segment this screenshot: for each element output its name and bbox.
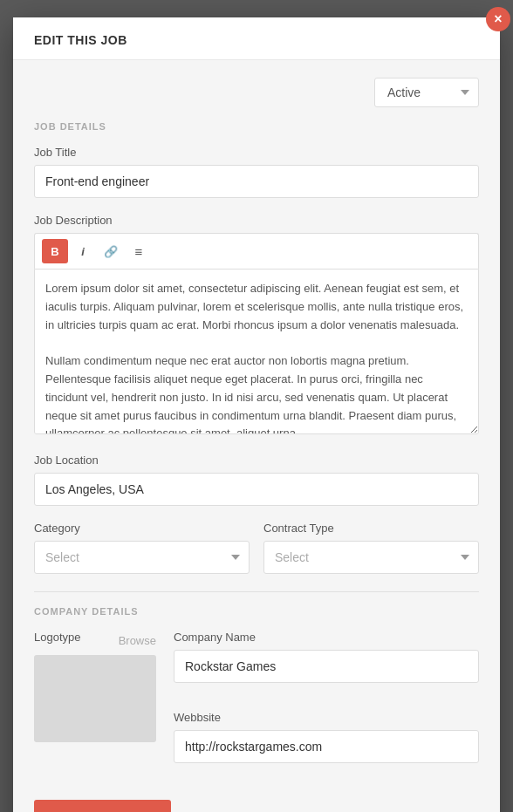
category-field: Category Select [34, 522, 250, 574]
browse-link[interactable]: Browse [119, 634, 156, 647]
link-button[interactable]: 🔗 [98, 239, 124, 263]
editor-toolbar: B i 🔗 ≡ [34, 233, 479, 269]
job-title-input[interactable] [34, 165, 479, 198]
category-contract-row: Category Select Contract Type Select [34, 522, 479, 574]
logo-placeholder [34, 655, 156, 742]
close-button[interactable]: × [486, 7, 510, 31]
website-input[interactable] [174, 730, 479, 763]
website-field: Webbsite [174, 711, 479, 763]
company-row: Logotype Browse Company Name Webbsite [34, 631, 479, 779]
modal: × EDIT THIS JOB Active Inactive Draft JO… [13, 17, 500, 812]
job-description-textarea[interactable]: Lorem ipsum dolor sit amet, consectetur … [34, 269, 479, 434]
job-title-field: Job Title [34, 146, 479, 198]
job-location-field: Job Location [34, 454, 479, 506]
contract-type-label: Contract Type [263, 522, 479, 535]
job-description-field: Job Description B i 🔗 ≡ Lorem ipsum dolo… [34, 214, 479, 438]
company-name-label: Company Name [174, 631, 479, 644]
logo-label-row: Logotype Browse [34, 631, 156, 650]
job-description-label: Job Description [34, 214, 479, 227]
list-icon: ≡ [135, 244, 143, 259]
link-icon: 🔗 [104, 245, 118, 258]
status-select[interactable]: Active Inactive Draft [374, 78, 479, 107]
modal-body: Active Inactive Draft JOB DETAILS Job Ti… [13, 60, 500, 812]
company-name-input[interactable] [174, 650, 479, 683]
contract-type-field: Contract Type Select [263, 522, 479, 574]
job-location-input[interactable] [34, 473, 479, 506]
logotype-label: Logotype [34, 631, 81, 644]
website-label: Webbsite [174, 711, 479, 724]
save-changes-button[interactable]: SAVE CHANGES [34, 800, 171, 812]
company-fields: Company Name Webbsite [174, 631, 479, 779]
modal-header: EDIT THIS JOB [13, 17, 500, 60]
company-name-field: Company Name [174, 631, 479, 683]
category-label: Category [34, 522, 250, 535]
job-location-label: Job Location [34, 454, 479, 467]
bold-button[interactable]: B [42, 239, 68, 263]
list-button[interactable]: ≡ [126, 239, 152, 263]
italic-button[interactable]: i [70, 239, 96, 263]
job-title-label: Job Title [34, 146, 479, 159]
contract-type-select[interactable]: Select [263, 541, 479, 574]
section-divider [34, 591, 479, 592]
category-select[interactable]: Select [34, 541, 250, 574]
modal-title: EDIT THIS JOB [34, 33, 127, 47]
job-details-section-label: JOB DETAILS [34, 121, 479, 132]
logotype-col: Logotype Browse [34, 631, 156, 779]
status-row: Active Inactive Draft [34, 78, 479, 107]
company-details-section-label: COMPANY DETAILS [34, 606, 479, 617]
company-details-section: COMPANY DETAILS Logotype Browse Company … [34, 606, 479, 779]
